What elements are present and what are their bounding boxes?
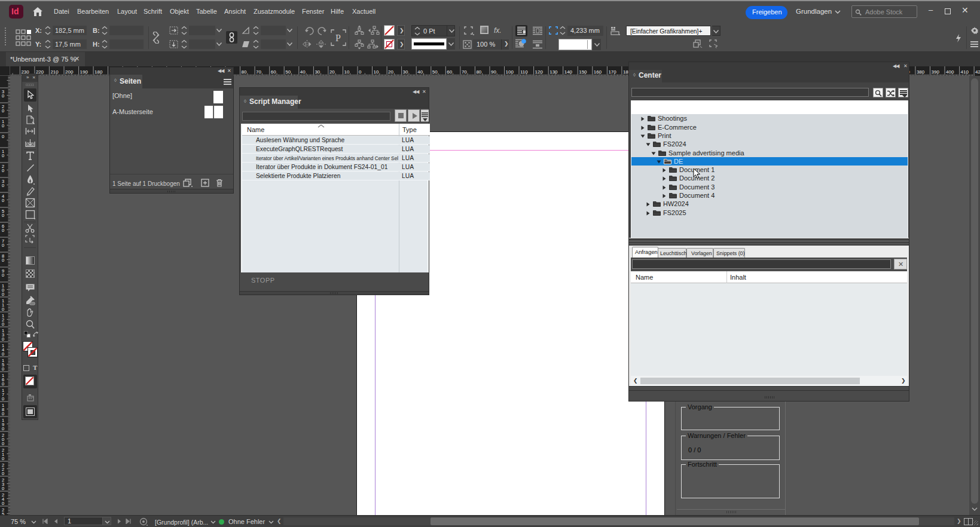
svg-text:90: 90 xyxy=(2,268,4,278)
svg-text:160: 160 xyxy=(2,373,4,387)
svg-text:400: 400 xyxy=(946,69,954,75)
svg-text:60: 60 xyxy=(271,69,276,75)
svg-text:50: 50 xyxy=(432,69,438,75)
svg-text:230: 230 xyxy=(2,477,4,491)
svg-text:110: 110 xyxy=(2,298,4,312)
svg-text:70: 70 xyxy=(2,238,4,248)
svg-text:40: 40 xyxy=(300,69,306,75)
svg-text:180: 180 xyxy=(94,69,103,75)
svg-text:150: 150 xyxy=(579,69,587,75)
svg-text:250: 250 xyxy=(2,507,4,516)
svg-text:20: 20 xyxy=(2,164,4,173)
svg-text:210: 210 xyxy=(50,69,59,75)
svg-text:100: 100 xyxy=(2,283,4,297)
svg-text:20: 20 xyxy=(2,104,4,114)
svg-text:30: 30 xyxy=(2,89,4,99)
svg-text:190: 190 xyxy=(80,69,88,75)
svg-text:70: 70 xyxy=(256,69,261,75)
svg-text:120: 120 xyxy=(535,69,544,75)
svg-text:380: 380 xyxy=(917,69,925,75)
svg-text:60: 60 xyxy=(447,69,452,75)
svg-text:P: P xyxy=(335,33,341,43)
svg-text:210: 210 xyxy=(2,448,4,461)
svg-text:10: 10 xyxy=(344,69,350,75)
svg-text:170: 170 xyxy=(608,69,616,75)
svg-text:410: 410 xyxy=(961,69,969,75)
svg-text:50: 50 xyxy=(2,209,4,218)
svg-text:200: 200 xyxy=(65,69,74,75)
svg-text:180: 180 xyxy=(2,403,4,416)
svg-text:150: 150 xyxy=(2,358,4,372)
svg-text:170: 170 xyxy=(2,388,4,402)
svg-text:60: 60 xyxy=(2,223,4,233)
svg-text:130: 130 xyxy=(2,328,4,342)
svg-text:80: 80 xyxy=(2,253,4,263)
svg-text:70: 70 xyxy=(462,69,467,75)
svg-text:10: 10 xyxy=(374,69,379,75)
svg-text:0: 0 xyxy=(2,134,4,139)
svg-text:30: 30 xyxy=(315,69,320,75)
svg-text:0: 0 xyxy=(359,69,362,75)
svg-text:130: 130 xyxy=(549,69,558,75)
svg-text:40: 40 xyxy=(2,194,4,203)
svg-text:390: 390 xyxy=(932,69,940,75)
svg-text:20: 20 xyxy=(388,69,393,75)
svg-text:80: 80 xyxy=(242,69,247,75)
svg-text:190: 190 xyxy=(2,418,4,431)
svg-text:420: 420 xyxy=(975,69,980,75)
svg-text:110: 110 xyxy=(520,69,528,75)
svg-text:100: 100 xyxy=(506,69,514,75)
svg-text:30: 30 xyxy=(403,69,408,75)
svg-text:140: 140 xyxy=(2,343,4,357)
svg-text:140: 140 xyxy=(564,69,573,75)
svg-text:10: 10 xyxy=(2,149,4,158)
svg-text:160: 160 xyxy=(594,69,602,75)
svg-text:80: 80 xyxy=(476,69,481,75)
svg-text:200: 200 xyxy=(2,433,4,446)
svg-text:10: 10 xyxy=(2,119,4,128)
svg-text:40: 40 xyxy=(417,69,423,75)
svg-text:20: 20 xyxy=(329,69,335,75)
svg-text:120: 120 xyxy=(2,313,4,327)
svg-text:240: 240 xyxy=(2,492,4,506)
svg-text:90: 90 xyxy=(491,69,496,75)
svg-text:220: 220 xyxy=(2,462,4,476)
svg-text:30: 30 xyxy=(2,179,4,188)
svg-text:50: 50 xyxy=(285,69,291,75)
